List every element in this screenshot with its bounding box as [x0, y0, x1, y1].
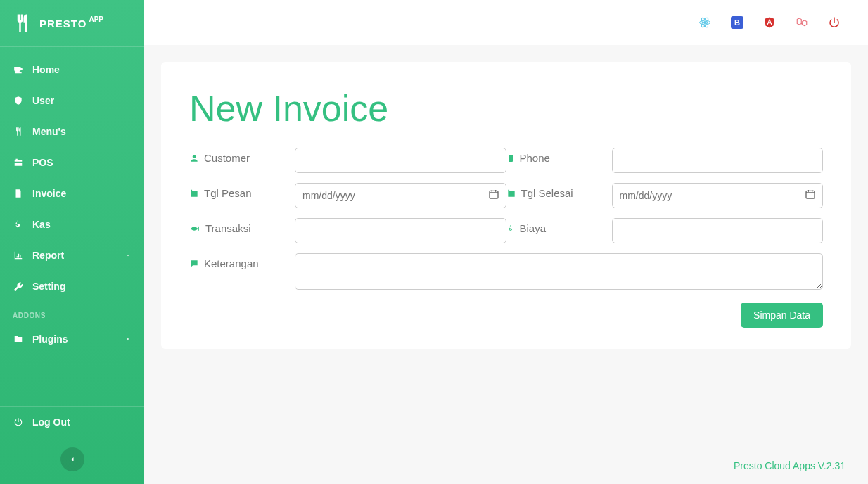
dollar-icon — [506, 224, 515, 234]
sidebar-item-setting[interactable]: Setting — [0, 271, 144, 302]
sidebar-item-label: POS — [32, 157, 53, 168]
chevron-right-icon — [125, 333, 132, 345]
brand-sup: APP — [89, 15, 103, 23]
topbar-logout-icon[interactable] — [823, 11, 845, 34]
cash-register-icon — [13, 157, 24, 168]
label-phone: Phone — [506, 148, 612, 164]
label-biaya: Biaya — [506, 218, 612, 234]
folder-icon — [13, 333, 24, 345]
bootstrap-icon[interactable]: B — [726, 11, 748, 34]
tgl-selesai-input[interactable] — [612, 183, 824, 208]
sidebar-section-addons: ADDONS — [0, 302, 144, 324]
brand[interactable]: PRESTO APP — [0, 0, 144, 47]
user-shield-icon — [13, 95, 24, 106]
wrench-icon — [13, 281, 24, 292]
sidebar-item-invoice[interactable]: Invoice — [0, 178, 144, 209]
svg-point-0 — [704, 22, 706, 24]
sidebar-item-label: Invoice — [32, 188, 66, 199]
chart-icon — [13, 250, 24, 261]
person-icon — [189, 153, 199, 163]
brand-name: PRESTO — [39, 18, 87, 30]
footer-text: Presto Cloud Apps V.2.31 — [144, 452, 868, 484]
topbar: B — [144, 0, 868, 45]
sidebar-item-label: Home — [32, 64, 60, 75]
dollar-icon — [13, 219, 24, 230]
sidebar-item-label: Menu's — [32, 126, 66, 137]
tgl-pesan-input[interactable] — [295, 183, 506, 208]
sidebar-item-label: Report — [32, 250, 64, 261]
main: B New Invoice Customer Phone — [144, 0, 868, 484]
angular-icon[interactable] — [758, 11, 781, 34]
sidebar-item-user[interactable]: User — [0, 85, 144, 116]
sidebar: PRESTO APP Home User Menu's POS Invo — [0, 0, 144, 484]
sidebar-item-label: User — [32, 95, 54, 106]
invoice-form-card: New Invoice Customer Phone Tgl Pesan — [161, 62, 851, 349]
sidebar-item-label: Log Out — [32, 416, 70, 428]
customer-input[interactable] — [295, 148, 506, 173]
keterangan-textarea[interactable] — [295, 253, 823, 290]
submit-button[interactable]: Simpan Data — [741, 302, 823, 328]
chevron-down-icon — [125, 250, 132, 261]
page-title: New Invoice — [189, 87, 823, 129]
transaksi-input[interactable] — [295, 218, 506, 243]
svg-rect-4 — [509, 155, 513, 162]
utensils-icon — [11, 13, 32, 34]
calendar-icon — [506, 189, 516, 198]
sidebar-item-label: Plugins — [32, 333, 68, 345]
label-customer: Customer — [189, 148, 295, 164]
utensils-icon — [13, 126, 24, 137]
fish-icon — [189, 224, 200, 234]
label-keterangan: Keterangan — [189, 253, 295, 269]
phone-input[interactable] — [612, 148, 824, 173]
sidebar-item-label: Kas — [32, 219, 51, 230]
file-invoice-icon — [13, 188, 24, 199]
label-tgl-selesai: Tgl Selesai — [506, 183, 612, 199]
chevron-left-icon — [68, 455, 77, 464]
sidebar-item-label: Setting — [32, 281, 65, 292]
comment-icon — [189, 259, 199, 269]
sidebar-item-report[interactable]: Report — [0, 240, 144, 271]
sidebar-item-kas[interactable]: Kas — [0, 209, 144, 240]
sidebar-collapse-button[interactable] — [60, 447, 84, 471]
laravel-icon[interactable] — [791, 11, 813, 34]
sidebar-item-logout[interactable]: Log Out — [0, 407, 144, 438]
label-transaksi: Transaksi — [189, 218, 295, 234]
calendar-icon — [189, 189, 199, 198]
power-icon — [13, 416, 24, 428]
coffee-icon — [13, 64, 24, 75]
biaya-input[interactable] — [612, 218, 824, 243]
sidebar-item-pos[interactable]: POS — [0, 147, 144, 178]
react-icon[interactable] — [694, 11, 716, 34]
nav: Home User Menu's POS Invoice Kas — [0, 47, 144, 406]
sidebar-item-plugins[interactable]: Plugins — [0, 324, 144, 355]
sidebar-item-menus[interactable]: Menu's — [0, 116, 144, 147]
sidebar-item-home[interactable]: Home — [0, 54, 144, 85]
phone-icon — [506, 153, 515, 163]
label-tgl-pesan: Tgl Pesan — [189, 183, 295, 199]
